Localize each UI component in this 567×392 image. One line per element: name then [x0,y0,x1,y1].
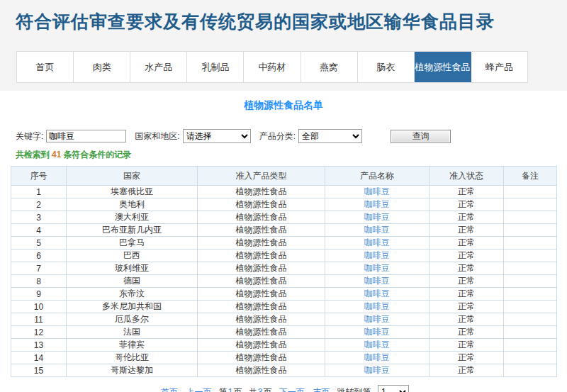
table-row: 3 澳大利亚 植物源性食品 咖啡豆 正常 [11,211,557,224]
cell-seq: 12 [11,326,67,339]
cell-type: 植物源性食品 [198,339,325,352]
cell-seq: 6 [11,250,67,262]
cell-seq: 15 [11,364,67,377]
cell-type: 植物源性食品 [198,313,325,326]
product-link[interactable]: 咖啡豆 [364,237,390,247]
page-title: 符合评估审查要求及有传统贸易的国家或地区输华食品目录 [16,10,567,33]
result-count: 41 [50,150,63,159]
country-select[interactable]: 请选择 [183,129,251,143]
next-page-link[interactable]: 下一页 [279,387,305,392]
nav-tab[interactable]: 乳制品 [187,52,244,82]
cell-remark [504,237,557,250]
query-button[interactable]: 查询 [391,130,451,143]
cell-remark [504,224,557,237]
product-link[interactable]: 咖啡豆 [364,352,390,362]
cell-status: 正常 [430,262,504,275]
cell-product: 咖啡豆 [325,313,430,326]
cell-type: 植物源性食品 [198,275,325,288]
cell-seq: 4 [11,224,67,237]
col-header-remark: 备注 [504,167,557,186]
cell-seq: 11 [11,313,67,326]
cell-status: 正常 [430,237,504,250]
page-header: 符合评估审查要求及有传统贸易的国家或地区输华食品目录 [0,0,567,51]
product-link[interactable]: 咖啡豆 [364,250,390,260]
prev-page-link[interactable]: 上一页 [186,387,211,392]
jump-label: 跳转到第 [337,387,371,392]
product-link[interactable]: 咖啡豆 [364,276,390,286]
cell-type: 植物源性食品 [198,224,325,237]
nav-tab[interactable]: 肉类 [74,52,130,82]
cell-remark [504,352,557,364]
cell-product: 咖啡豆 [325,224,430,237]
main-navigation: 首页 肉类 水产品 乳制品 中药材 燕窝 肠衣 植物源性食品 蜂产品 [16,51,528,83]
cell-product: 咖啡豆 [325,288,430,301]
cell-status: 正常 [430,364,504,377]
col-header-country: 国家 [67,167,198,186]
product-link[interactable]: 咖啡豆 [364,212,390,222]
product-link[interactable]: 咖啡豆 [364,327,390,337]
cell-status: 正常 [430,288,504,301]
product-link[interactable]: 咖啡豆 [364,199,390,209]
keyword-input[interactable] [46,130,126,142]
nav-tab[interactable]: 燕窝 [301,52,358,82]
product-link[interactable]: 咖啡豆 [364,263,390,273]
cell-product: 咖啡豆 [325,275,430,288]
cell-status: 正常 [430,250,504,262]
nav-tab[interactable]: 蜂产品 [471,52,527,82]
nav-tab[interactable]: 植物源性食品 [415,52,471,82]
table-row: 14 哥伦比亚 植物源性食品 咖啡豆 正常 [11,352,557,364]
product-link[interactable]: 咖啡豆 [364,340,390,349]
cell-type: 植物源性食品 [198,237,325,250]
last-page-link[interactable]: 末页 [313,387,330,392]
cell-product: 咖啡豆 [325,262,430,275]
cell-remark [504,313,557,326]
cell-remark [504,275,557,288]
category-select[interactable]: 全部 [298,129,362,143]
cell-product: 咖啡豆 [325,186,430,198]
cell-status: 正常 [430,198,504,211]
cell-type: 植物源性食品 [198,326,325,339]
cell-product: 咖啡豆 [325,339,430,352]
cell-status: 正常 [430,224,504,237]
table-header-row: 序号 国家 准入产品类型 产品名称 准入状态 备注 [11,167,557,186]
search-form: 关键字: 国家和地区: 请选择 产品分类: 全部 查询 [16,129,567,143]
jump-page-select[interactable]: 1 [378,385,409,392]
cell-seq: 14 [11,352,67,364]
nav-tab[interactable]: 中药材 [244,52,301,82]
cell-seq: 7 [11,262,67,275]
cell-status: 正常 [430,339,504,352]
table-row: 13 菲律宾 植物源性食品 咖啡豆 正常 [11,339,557,352]
nav-tab[interactable]: 首页 [17,52,74,82]
cell-country: 巴西 [67,250,198,262]
col-header-seq: 序号 [11,167,67,186]
cell-country: 多米尼加共和国 [67,301,198,313]
nav-tab[interactable]: 肠衣 [358,52,415,82]
cell-seq: 2 [11,198,67,211]
cell-remark [504,288,557,301]
cell-type: 植物源性食品 [198,262,325,275]
cell-country: 哥伦比亚 [67,352,198,364]
total-pages-text: 共3页 [249,387,272,392]
product-link[interactable]: 咖啡豆 [364,186,390,196]
product-link[interactable]: 咖啡豆 [364,289,390,298]
product-link[interactable]: 咖啡豆 [364,314,390,324]
nav-tab[interactable]: 水产品 [130,52,187,82]
cell-country: 奥地利 [67,198,198,211]
table-row: 7 玻利维亚 植物源性食品 咖啡豆 正常 [11,262,557,275]
table-row: 1 埃塞俄比亚 植物源性食品 咖啡豆 正常 [11,186,557,198]
result-summary-prefix: 共检索到 [16,150,50,159]
product-link[interactable]: 咖啡豆 [364,365,390,375]
product-link[interactable]: 咖啡豆 [364,301,390,311]
cell-country: 哥斯达黎加 [67,364,198,377]
cell-remark [504,339,557,352]
total-pages-number: 3 [257,387,264,392]
table-row: 6 巴西 植物源性食品 咖啡豆 正常 [11,250,557,262]
cell-country: 巴布亚新几内亚 [67,224,198,237]
table-row: 15 哥斯达黎加 植物源性食品 咖啡豆 正常 [11,364,557,377]
cell-status: 正常 [430,275,504,288]
cell-product: 咖啡豆 [325,364,430,377]
cell-status: 正常 [430,301,504,313]
cell-country: 菲律宾 [67,339,198,352]
product-link[interactable]: 咖啡豆 [364,225,390,235]
first-page-link[interactable]: 首页 [161,387,178,392]
